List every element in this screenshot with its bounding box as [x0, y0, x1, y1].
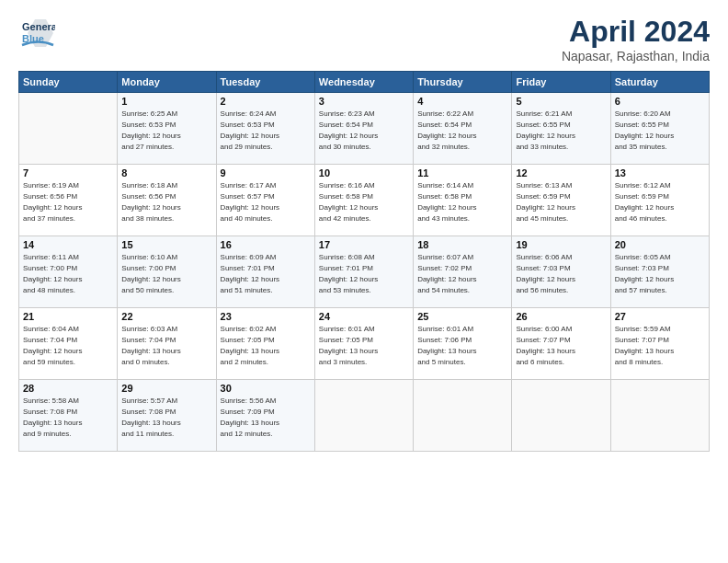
- day-info: Sunrise: 6:23 AM Sunset: 6:54 PM Dayligh…: [319, 109, 409, 153]
- day-number: 23: [221, 311, 311, 322]
- day-cell: 28Sunrise: 5:58 AM Sunset: 7:08 PM Dayli…: [19, 380, 118, 452]
- week-row-2: 7Sunrise: 6:19 AM Sunset: 6:56 PM Daylig…: [19, 165, 710, 236]
- day-cell: [414, 380, 512, 452]
- day-info: Sunrise: 6:08 AM Sunset: 7:01 PM Dayligh…: [319, 252, 409, 296]
- day-cell: [314, 380, 413, 452]
- day-number: 3: [319, 96, 409, 107]
- day-info: Sunrise: 6:11 AM Sunset: 7:00 PM Dayligh…: [23, 252, 113, 296]
- day-cell: 22Sunrise: 6:03 AM Sunset: 7:04 PM Dayli…: [118, 308, 216, 380]
- day-info: Sunrise: 6:06 AM Sunset: 7:03 PM Dayligh…: [516, 252, 606, 296]
- day-cell: 24Sunrise: 6:01 AM Sunset: 7:05 PM Dayli…: [314, 308, 413, 380]
- header-cell-monday: Monday: [118, 72, 216, 93]
- header-cell-friday: Friday: [512, 72, 610, 93]
- day-number: 6: [615, 96, 705, 107]
- day-number: 16: [221, 239, 311, 250]
- day-cell: 5Sunrise: 6:21 AM Sunset: 6:55 PM Daylig…: [512, 93, 610, 165]
- day-cell: 8Sunrise: 6:18 AM Sunset: 6:56 PM Daylig…: [118, 165, 216, 236]
- day-number: 4: [417, 96, 507, 107]
- day-cell: 19Sunrise: 6:06 AM Sunset: 7:03 PM Dayli…: [512, 236, 610, 308]
- day-info: Sunrise: 6:10 AM Sunset: 7:00 PM Dayligh…: [121, 252, 211, 296]
- day-info: Sunrise: 6:04 AM Sunset: 7:04 PM Dayligh…: [23, 324, 113, 368]
- day-info: Sunrise: 6:07 AM Sunset: 7:02 PM Dayligh…: [417, 252, 507, 296]
- day-cell: 4Sunrise: 6:22 AM Sunset: 6:54 PM Daylig…: [414, 93, 512, 165]
- day-info: Sunrise: 6:25 AM Sunset: 6:53 PM Dayligh…: [121, 109, 211, 153]
- day-cell: 30Sunrise: 5:56 AM Sunset: 7:09 PM Dayli…: [216, 380, 314, 452]
- week-row-3: 14Sunrise: 6:11 AM Sunset: 7:00 PM Dayli…: [19, 236, 710, 308]
- day-cell: 1Sunrise: 6:25 AM Sunset: 6:53 PM Daylig…: [118, 93, 216, 165]
- day-info: Sunrise: 6:12 AM Sunset: 6:59 PM Dayligh…: [615, 180, 705, 224]
- day-cell: 23Sunrise: 6:02 AM Sunset: 7:05 PM Dayli…: [216, 308, 314, 380]
- day-number: 26: [516, 311, 606, 322]
- day-number: 12: [516, 167, 606, 178]
- day-number: 13: [615, 167, 705, 178]
- day-cell: 15Sunrise: 6:10 AM Sunset: 7:00 PM Dayli…: [118, 236, 216, 308]
- day-number: 11: [417, 167, 507, 178]
- day-number: 27: [615, 311, 705, 322]
- page: General Blue April 2024 Napasar, Rajasth…: [0, 0, 728, 563]
- day-number: 22: [121, 311, 211, 322]
- day-number: 9: [221, 167, 311, 178]
- day-number: 29: [121, 383, 211, 394]
- day-cell: 13Sunrise: 6:12 AM Sunset: 6:59 PM Dayli…: [610, 165, 709, 236]
- day-number: 25: [417, 311, 507, 322]
- day-cell: 11Sunrise: 6:14 AM Sunset: 6:58 PM Dayli…: [414, 165, 512, 236]
- day-cell: [610, 380, 709, 452]
- day-number: 24: [319, 311, 409, 322]
- day-number: 17: [319, 239, 409, 250]
- day-cell: 9Sunrise: 6:17 AM Sunset: 6:57 PM Daylig…: [216, 165, 314, 236]
- day-number: 30: [221, 383, 311, 394]
- header-row: SundayMondayTuesdayWednesdayThursdayFrid…: [19, 72, 710, 93]
- month-title: April 2024: [562, 15, 710, 49]
- week-row-5: 28Sunrise: 5:58 AM Sunset: 7:08 PM Dayli…: [19, 380, 710, 452]
- day-info: Sunrise: 5:57 AM Sunset: 7:08 PM Dayligh…: [121, 396, 211, 440]
- header-cell-tuesday: Tuesday: [216, 72, 314, 93]
- day-info: Sunrise: 6:13 AM Sunset: 6:59 PM Dayligh…: [516, 180, 606, 224]
- day-number: 15: [121, 239, 211, 250]
- day-cell: 10Sunrise: 6:16 AM Sunset: 6:58 PM Dayli…: [314, 165, 413, 236]
- header-cell-saturday: Saturday: [610, 72, 709, 93]
- day-number: 20: [615, 239, 705, 250]
- day-cell: 26Sunrise: 6:00 AM Sunset: 7:07 PM Dayli…: [512, 308, 610, 380]
- day-info: Sunrise: 6:18 AM Sunset: 6:56 PM Dayligh…: [121, 180, 211, 224]
- day-info: Sunrise: 6:24 AM Sunset: 6:53 PM Dayligh…: [221, 109, 311, 153]
- day-number: 10: [319, 167, 409, 178]
- day-info: Sunrise: 6:20 AM Sunset: 6:55 PM Dayligh…: [615, 109, 705, 153]
- day-number: 8: [121, 167, 211, 178]
- day-info: Sunrise: 6:17 AM Sunset: 6:57 PM Dayligh…: [221, 180, 311, 224]
- header: General Blue April 2024 Napasar, Rajasth…: [18, 15, 710, 63]
- day-number: 5: [516, 96, 606, 107]
- svg-text:General: General: [22, 21, 55, 32]
- day-number: 2: [221, 96, 311, 107]
- day-number: 28: [23, 383, 113, 394]
- day-info: Sunrise: 6:02 AM Sunset: 7:05 PM Dayligh…: [221, 324, 311, 368]
- logo-icon: General Blue: [18, 15, 55, 52]
- day-info: Sunrise: 6:16 AM Sunset: 6:58 PM Dayligh…: [319, 180, 409, 224]
- day-cell: 3Sunrise: 6:23 AM Sunset: 6:54 PM Daylig…: [314, 93, 413, 165]
- day-cell: [19, 93, 118, 165]
- day-info: Sunrise: 6:01 AM Sunset: 7:05 PM Dayligh…: [319, 324, 409, 368]
- day-cell: 21Sunrise: 6:04 AM Sunset: 7:04 PM Dayli…: [19, 308, 118, 380]
- header-cell-wednesday: Wednesday: [314, 72, 413, 93]
- title-block: April 2024 Napasar, Rajasthan, India: [562, 15, 710, 63]
- day-cell: 12Sunrise: 6:13 AM Sunset: 6:59 PM Dayli…: [512, 165, 610, 236]
- day-info: Sunrise: 6:22 AM Sunset: 6:54 PM Dayligh…: [417, 109, 507, 153]
- day-info: Sunrise: 6:03 AM Sunset: 7:04 PM Dayligh…: [121, 324, 211, 368]
- day-number: 18: [417, 239, 507, 250]
- day-cell: 2Sunrise: 6:24 AM Sunset: 6:53 PM Daylig…: [216, 93, 314, 165]
- day-info: Sunrise: 6:05 AM Sunset: 7:03 PM Dayligh…: [615, 252, 705, 296]
- day-cell: 16Sunrise: 6:09 AM Sunset: 7:01 PM Dayli…: [216, 236, 314, 308]
- location: Napasar, Rajasthan, India: [562, 49, 710, 63]
- day-number: 7: [23, 167, 113, 178]
- day-cell: 20Sunrise: 6:05 AM Sunset: 7:03 PM Dayli…: [610, 236, 709, 308]
- day-info: Sunrise: 6:00 AM Sunset: 7:07 PM Dayligh…: [516, 324, 606, 368]
- day-cell: 29Sunrise: 5:57 AM Sunset: 7:08 PM Dayli…: [118, 380, 216, 452]
- day-cell: [512, 380, 610, 452]
- week-row-1: 1Sunrise: 6:25 AM Sunset: 6:53 PM Daylig…: [19, 93, 710, 165]
- day-info: Sunrise: 6:01 AM Sunset: 7:06 PM Dayligh…: [417, 324, 507, 368]
- day-cell: 7Sunrise: 6:19 AM Sunset: 6:56 PM Daylig…: [19, 165, 118, 236]
- day-number: 19: [516, 239, 606, 250]
- day-cell: 25Sunrise: 6:01 AM Sunset: 7:06 PM Dayli…: [414, 308, 512, 380]
- day-cell: 14Sunrise: 6:11 AM Sunset: 7:00 PM Dayli…: [19, 236, 118, 308]
- logo: General Blue: [18, 15, 55, 52]
- header-cell-thursday: Thursday: [414, 72, 512, 93]
